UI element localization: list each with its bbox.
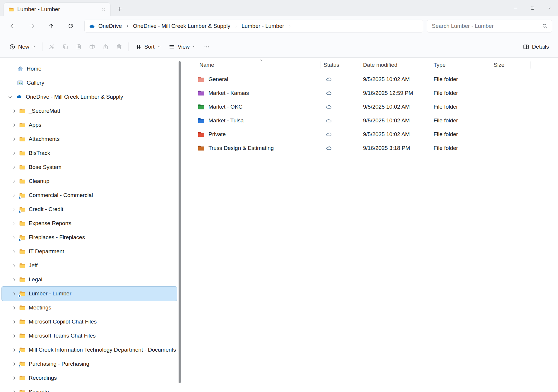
- sidebar-item-bose-system[interactable]: Bose System: [2, 160, 177, 174]
- copy-button[interactable]: [59, 40, 72, 54]
- chevron-right-icon[interactable]: [12, 305, 17, 310]
- sidebar-item-credit[interactable]: Credit - Credit: [2, 202, 177, 216]
- sidebar-item-securematt[interactable]: _SecureMatt: [2, 104, 177, 118]
- column-header-name[interactable]: Name: [192, 58, 321, 72]
- sidebar-item-gallery[interactable]: Gallery: [2, 76, 177, 90]
- chevron-right-icon[interactable]: [12, 193, 17, 198]
- maximize-button[interactable]: [524, 0, 541, 16]
- sidebar-item-expense-reports[interactable]: Expense Reports: [2, 216, 177, 230]
- back-button[interactable]: [6, 19, 19, 33]
- chevron-right-icon[interactable]: [12, 277, 17, 282]
- search-icon[interactable]: [542, 23, 548, 29]
- file-row-market-kansas[interactable]: Market - Kansas 9/16/2025 12:59 PM File …: [192, 86, 558, 100]
- column-header-size[interactable]: Size: [491, 58, 530, 72]
- tab-title: Lumber - Lumber: [17, 6, 96, 13]
- folder-icon: [19, 220, 25, 227]
- sidebar-item-fireplaces[interactable]: Fireplaces - Fireplaces: [2, 230, 177, 244]
- column-header-status[interactable]: Status: [321, 58, 360, 72]
- minimize-button[interactable]: [507, 0, 524, 16]
- sidebar-item-it-department[interactable]: IT Department: [2, 244, 177, 259]
- cloud-status-icon[interactable]: [326, 132, 332, 137]
- sidebar-item-attachments[interactable]: Attachments: [2, 132, 177, 146]
- chevron-right-icon[interactable]: [12, 165, 17, 170]
- breadcrumb-item-current[interactable]: Lumber - Lumber: [239, 22, 287, 30]
- file-row-market-okc[interactable]: Market - OKC 9/5/2025 10:02 AM File fold…: [192, 100, 558, 114]
- breadcrumb-item-onedrive[interactable]: OneDrive: [96, 22, 124, 30]
- sidebar-item-commercial[interactable]: Commercial - Commercial: [2, 188, 177, 202]
- sidebar-item-meetings[interactable]: Meetings: [2, 301, 177, 315]
- sidebar-item-onedrive-root[interactable]: OneDrive - Mill Creek Lumber & Supply: [2, 90, 177, 104]
- sidebar-item-bistrack[interactable]: BisTrack: [2, 146, 177, 160]
- cloud-status-icon[interactable]: [326, 145, 332, 151]
- chevron-right-icon[interactable]: [12, 151, 17, 156]
- chevron-right-icon[interactable]: [12, 390, 17, 392]
- chevron-right-icon[interactable]: [12, 362, 17, 367]
- chevron-down-icon: [192, 45, 196, 49]
- cloud-status-icon[interactable]: [326, 118, 332, 123]
- breadcrumb-item-root[interactable]: OneDrive - Mill Creek Lumber & Supply: [130, 22, 233, 30]
- chevron-right-icon[interactable]: [12, 137, 17, 142]
- new-button[interactable]: New: [5, 40, 40, 54]
- up-button[interactable]: [44, 19, 58, 33]
- file-row-truss-design-estimating[interactable]: Truss Design & Estimating 9/16/2025 3:18…: [192, 141, 558, 155]
- sidebar-item-cleanup[interactable]: Cleanup: [2, 174, 177, 188]
- chevron-right-icon[interactable]: [12, 207, 17, 212]
- chevron-right-icon[interactable]: [12, 179, 17, 184]
- new-tab-button[interactable]: [114, 4, 125, 15]
- chevron-right-icon[interactable]: [12, 263, 17, 268]
- share-button[interactable]: [99, 40, 112, 54]
- chevron-right-icon[interactable]: [12, 221, 17, 226]
- tab-close-button[interactable]: [99, 5, 108, 14]
- cloud-status-icon[interactable]: [326, 104, 332, 109]
- sort-button-label: Sort: [144, 44, 155, 50]
- close-button[interactable]: [541, 0, 558, 16]
- paste-button[interactable]: [72, 40, 85, 54]
- sidebar-item-recordings[interactable]: Recordings: [2, 371, 177, 385]
- sidebar-item-jeff[interactable]: Jeff: [2, 259, 177, 273]
- sidebar-item-lumber-selected[interactable]: Lumber - Lumber: [2, 287, 177, 301]
- sidebar-item-mill-creek-it-documents[interactable]: Mill Creek Information Technology Depart…: [2, 343, 177, 357]
- tab-lumber-lumber[interactable]: Lumber - Lumber: [4, 2, 111, 16]
- refresh-button[interactable]: [64, 19, 77, 33]
- chevron-right-icon[interactable]: [12, 235, 17, 240]
- chevron-right-icon[interactable]: [12, 376, 17, 381]
- chevron-right-icon[interactable]: [12, 348, 17, 352]
- file-row-general[interactable]: General 9/5/2025 10:02 AM File folder: [192, 72, 558, 86]
- sidebar-item-teams-chat-files[interactable]: Microsoft Teams Chat Files: [2, 329, 177, 343]
- view-button[interactable]: View: [165, 40, 200, 54]
- sidebar-item-purchasing[interactable]: Purchasing - Purchasing: [2, 357, 177, 371]
- view-icon: [169, 44, 175, 50]
- column-header-type[interactable]: Type: [431, 58, 491, 72]
- cloud-status-icon[interactable]: [326, 77, 332, 82]
- search-input[interactable]: [432, 23, 542, 29]
- chevron-right-icon[interactable]: [12, 123, 17, 128]
- sidebar-item-apps[interactable]: Apps: [2, 118, 177, 132]
- sidebar-scrollbar[interactable]: [179, 61, 181, 383]
- cut-button[interactable]: [45, 40, 59, 54]
- delete-button[interactable]: [112, 40, 126, 54]
- file-type: File folder: [431, 145, 491, 151]
- cloud-status-icon[interactable]: [326, 90, 332, 96]
- sidebar-item-security[interactable]: Security: [2, 385, 177, 392]
- file-row-private[interactable]: Private 9/5/2025 10:02 AM File folder: [192, 127, 558, 141]
- sidebar-item-home[interactable]: Home: [2, 62, 177, 76]
- details-button[interactable]: Details: [519, 40, 553, 54]
- shared-badge-icon: [18, 294, 21, 298]
- chevron-right-icon[interactable]: [12, 319, 17, 324]
- chevron-right-icon[interactable]: [12, 249, 17, 254]
- forward-button[interactable]: [25, 19, 39, 33]
- chevron-right-icon[interactable]: [12, 333, 17, 338]
- date-modified: 9/5/2025 10:02 AM: [360, 104, 431, 110]
- chevron-right-icon[interactable]: [12, 109, 17, 114]
- rename-button[interactable]: [85, 40, 99, 54]
- column-header-date-modified[interactable]: Date modified: [360, 58, 431, 72]
- sort-button[interactable]: Sort: [131, 40, 165, 54]
- sidebar-item-legal[interactable]: Legal: [2, 273, 177, 287]
- folder-icon: [19, 319, 25, 325]
- sidebar-item-copilot-chat-files[interactable]: Microsoft Copilot Chat Files: [2, 315, 177, 329]
- chevron-right-icon[interactable]: [12, 291, 17, 296]
- chevron-down-icon[interactable]: [8, 95, 13, 100]
- more-options-button[interactable]: [200, 40, 213, 54]
- view-button-label: View: [178, 44, 190, 50]
- file-row-market-tulsa[interactable]: Market - Tulsa 9/5/2025 10:02 AM File fo…: [192, 114, 558, 127]
